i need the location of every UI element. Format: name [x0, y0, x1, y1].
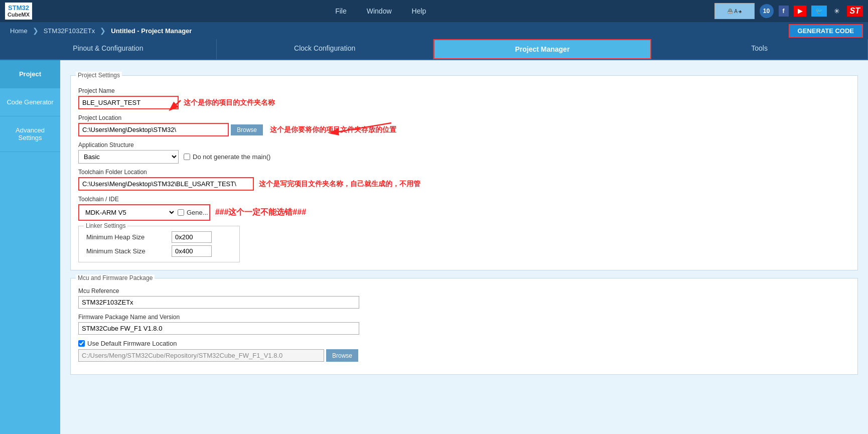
- top-menu: File Window Help: [47, 7, 714, 15]
- project-settings-title: Project Settings: [76, 72, 122, 79]
- toolchain-folder-group: Toolchain Folder Location 这个是写完项目文件夹名称，自…: [78, 169, 850, 191]
- project-location-label: Project Location: [78, 114, 850, 121]
- application-structure-select[interactable]: Basic Advanced: [78, 150, 179, 164]
- menu-file[interactable]: File: [335, 7, 347, 15]
- breadcrumb-home[interactable]: Home: [5, 27, 33, 35]
- min-stack-label: Minimum Stack Size: [86, 247, 167, 255]
- st-logo: ST: [847, 6, 863, 17]
- breadcrumb-project[interactable]: Untitled - Project Manager: [106, 27, 197, 35]
- application-structure-label: Application Structure: [78, 141, 850, 149]
- toolchain-folder-annotation: 这个是写完项目文件夹名称，自己就生成的，不用管: [259, 180, 420, 189]
- project-location-input[interactable]: [78, 123, 229, 136]
- top-right-icons: 🏯 A·♠ 10 f ▶ 🐦 ✳ ST: [714, 3, 863, 19]
- use-default-firmware-label[interactable]: Use Default Firmware Location: [78, 340, 850, 347]
- app-logo: STM32 CubeMX: [5, 3, 32, 20]
- linker-settings-group: Linker Settings Minimum Heap Size Minimu…: [78, 226, 850, 262]
- linker-settings-title: Linker Settings: [84, 222, 127, 229]
- project-location-group: Project Location Browse 这个是你要将你的项目文件夹存放的…: [78, 114, 850, 136]
- firmware-pkg-label: Firmware Package Name and Version: [78, 314, 850, 321]
- sidebar-item-code-generator[interactable]: Code Generator: [0, 88, 60, 116]
- toolchain-ide-select[interactable]: MDK-ARM V5 MDK-ARM V4 EWARM SW4STM32 Mak…: [80, 206, 176, 219]
- linker-grid: Minimum Heap Size Minimum Stack Size: [86, 231, 232, 257]
- generate-under-root-text: Gene...: [187, 209, 208, 216]
- version-icon: 10: [760, 4, 774, 18]
- mcu-firmware-title: Mcu and Firmware Package: [76, 274, 155, 281]
- project-name-group: Project Name 这个是你的项目的文件夹名称: [78, 87, 850, 109]
- tab-tools[interactable]: Tools: [651, 39, 868, 59]
- sidebar: Project Code Generator Advanced Settings: [0, 60, 60, 434]
- linker-settings-box: Linker Settings Minimum Heap Size Minimu…: [78, 226, 240, 262]
- tab-project-manager[interactable]: Project Manager: [433, 39, 652, 59]
- application-structure-group: Application Structure Basic Advanced Do …: [78, 141, 850, 164]
- section-content: Project Name 这个是你的项目的文件夹名称 Project Locat…: [78, 87, 850, 262]
- firmware-pkg-group: Firmware Package Name and Version: [78, 314, 850, 335]
- tab-pinout[interactable]: Pinout & Configuration: [0, 39, 217, 59]
- toolchain-ide-group: Toolchain / IDE MDK-ARM V5 MDK-ARM V4 EW…: [78, 196, 850, 221]
- firmware-path-input: [78, 349, 324, 362]
- main-tabs: Pinout & Configuration Clock Configurati…: [0, 39, 868, 60]
- menu-help[interactable]: Help: [412, 7, 426, 15]
- project-settings-wrapper: Project Settings Project Name 这个是你的项目的文件…: [70, 75, 858, 270]
- do-not-generate-checkbox[interactable]: [184, 154, 190, 160]
- use-default-firmware-text: Use Default Firmware Location: [87, 340, 177, 347]
- breadcrumb-bar: Home ❯ STM32F103ZETx ❯ Untitled - Projec…: [0, 22, 868, 39]
- use-default-firmware-checkbox[interactable]: [78, 340, 85, 347]
- top-bar: STM32 CubeMX File Window Help 🏯 A·♠ 10 f…: [0, 0, 868, 22]
- mcu-ref-input[interactable]: [78, 296, 359, 309]
- sidebar-item-advanced[interactable]: Advanced Settings: [0, 116, 60, 152]
- mcu-ref-label: Mcu Reference: [78, 287, 850, 295]
- use-default-firmware-group: Use Default Firmware Location Browse: [78, 340, 850, 362]
- mcu-firmware-section: Mcu and Firmware Package Mcu Reference F…: [70, 278, 858, 375]
- project-name-input[interactable]: [78, 96, 179, 109]
- project-name-annotation: 这个是你的项目的文件夹名称: [184, 98, 275, 107]
- network-icon[interactable]: ✳: [832, 5, 842, 17]
- firmware-path-row: Browse: [78, 349, 850, 362]
- project-location-annotation: 这个是你要将你的项目文件夹存放的位置: [270, 125, 396, 134]
- sidebar-item-project[interactable]: Project: [0, 60, 60, 88]
- youtube-icon[interactable]: ▶: [794, 6, 806, 17]
- mcu-ref-group: Mcu Reference: [78, 287, 850, 309]
- application-structure-row: Basic Advanced Do not generate the main(…: [78, 150, 850, 164]
- toolchain-ide-annotation: ###这个一定不能选错###: [215, 207, 306, 218]
- twitter-icon[interactable]: 🐦: [811, 6, 827, 17]
- toolchain-folder-input[interactable]: [78, 177, 254, 191]
- breadcrumb-mcu[interactable]: STM32F103ZETx: [39, 27, 100, 35]
- firmware-pkg-input[interactable]: [78, 322, 359, 335]
- min-stack-input[interactable]: [172, 245, 212, 257]
- do-not-generate-checkbox-label[interactable]: Do not generate the main(): [184, 153, 270, 161]
- mcu-firmware-content: Mcu Reference Firmware Package Name and …: [78, 287, 850, 362]
- do-not-generate-label-text: Do not generate the main(): [193, 153, 270, 161]
- toolchain-folder-label: Toolchain Folder Location: [78, 169, 850, 176]
- min-heap-label: Minimum Heap Size: [86, 233, 167, 241]
- toolchain-ide-label: Toolchain / IDE: [78, 196, 850, 203]
- project-settings-box: Project Settings Project Name 这个是你的项目的文件…: [70, 75, 858, 270]
- project-name-label: Project Name: [78, 87, 850, 94]
- facebook-icon[interactable]: f: [779, 6, 789, 17]
- firmware-browse-btn[interactable]: Browse: [326, 349, 358, 362]
- project-location-browse[interactable]: Browse: [231, 124, 263, 135]
- breadcrumb-arrow-1: ❯: [33, 27, 39, 35]
- logo-area: STM32 CubeMX: [5, 3, 32, 20]
- menu-window[interactable]: Window: [367, 7, 392, 15]
- tab-clock[interactable]: Clock Configuration: [217, 39, 433, 59]
- min-heap-input[interactable]: [172, 231, 212, 243]
- content-area: Project Code Generator Advanced Settings…: [0, 60, 868, 434]
- banner-image: 🏯 A·♠: [714, 3, 755, 19]
- main-content: Project Settings Project Name 这个是你的项目的文件…: [60, 60, 868, 434]
- generate-code-button[interactable]: GENERATE CODE: [789, 24, 863, 38]
- generate-under-root-label[interactable]: Gene...: [178, 209, 208, 216]
- breadcrumb-arrow-2: ❯: [100, 27, 106, 35]
- generate-under-root-checkbox[interactable]: [178, 209, 184, 216]
